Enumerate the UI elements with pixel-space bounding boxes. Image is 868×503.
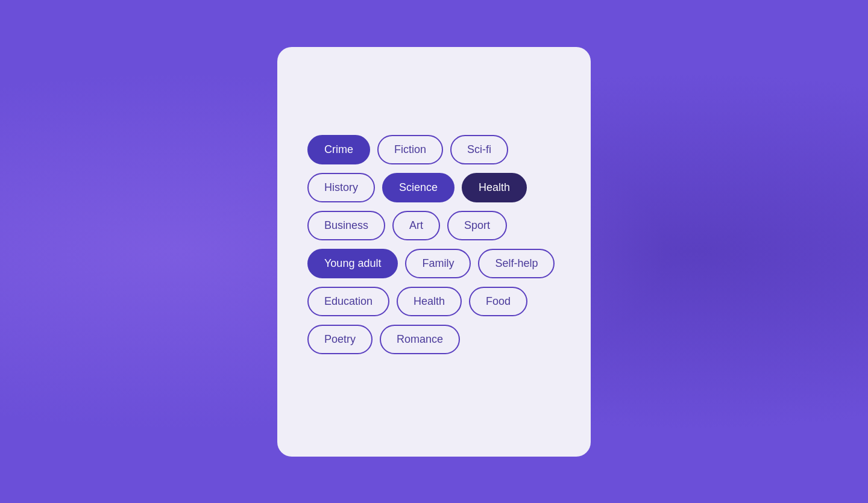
genre-chip-education[interactable]: Education [307, 287, 389, 316]
genre-selection-card: Crime Fiction Sci-fi History Science Hea… [277, 47, 591, 457]
genres-container: Crime Fiction Sci-fi History Science Hea… [307, 135, 561, 354]
genre-chip-science[interactable]: Science [382, 173, 454, 202]
genre-chip-business[interactable]: Business [307, 211, 385, 240]
genre-row-1: Crime Fiction Sci-fi [307, 135, 561, 164]
genre-chip-self-help[interactable]: Self-help [478, 249, 555, 278]
genre-row-5: Education Health Food [307, 287, 561, 316]
genre-chip-sci-fi[interactable]: Sci-fi [450, 135, 508, 164]
genre-row-3: Business Art Sport [307, 211, 561, 240]
genre-chip-food[interactable]: Food [469, 287, 527, 316]
genre-chip-young-adult[interactable]: Young adult [307, 249, 398, 278]
genre-chip-crime[interactable]: Crime [307, 135, 370, 164]
genre-chip-romance[interactable]: Romance [380, 325, 460, 354]
genre-chip-history[interactable]: History [307, 173, 375, 202]
genre-chip-poetry[interactable]: Poetry [307, 325, 373, 354]
genre-chip-health-row2[interactable]: Health [462, 173, 527, 202]
genre-row-6: Poetry Romance [307, 325, 561, 354]
genre-chip-family[interactable]: Family [405, 249, 471, 278]
genre-row-2: History Science Health [307, 173, 561, 202]
page-title [307, 83, 561, 113]
genre-chip-health-row5[interactable]: Health [397, 287, 462, 316]
genre-chip-art[interactable]: Art [392, 211, 440, 240]
genre-row-4: Young adult Family Self-help [307, 249, 561, 278]
genre-chip-fiction[interactable]: Fiction [377, 135, 443, 164]
genre-chip-sport[interactable]: Sport [447, 211, 507, 240]
